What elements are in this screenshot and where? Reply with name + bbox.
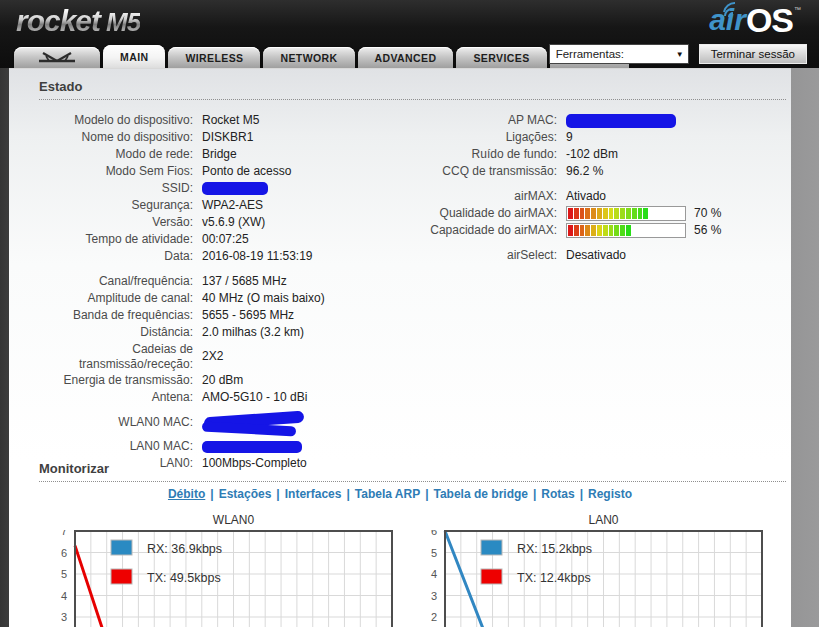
status-row: Modelo do dispositivo:Rocket M5 [25, 112, 407, 129]
chart-title: WLAN0 [75, 513, 392, 527]
monitor-link-rotas[interactable]: Rotas [541, 487, 574, 501]
status-row: AP MAC: [407, 112, 787, 129]
status-value: Bridge [202, 146, 237, 163]
logout-button[interactable]: Terminar sessão [699, 44, 807, 64]
meter-segment [626, 208, 631, 219]
status-row: Banda de frequências:5655 - 5695 MHz [25, 307, 407, 324]
y-axis-tick: 7 [61, 530, 67, 537]
status-value [202, 438, 302, 455]
status-label: Ruído de fundo: [407, 146, 557, 163]
link-separator: | [425, 487, 428, 501]
legend-label: TX: 12.4kbps [517, 571, 591, 585]
meter-segment [580, 225, 585, 236]
status-value: DISKBR1 [202, 129, 253, 146]
status-label: Capacidade do airMAX: [407, 222, 557, 239]
meter-segment [620, 208, 625, 219]
status-label: SSID: [25, 180, 193, 197]
status-value: 2X2 [202, 341, 223, 372]
status-row: Ruído de fundo:-102 dBm [407, 146, 787, 163]
legend-label: TX: 49.5kbps [147, 571, 221, 585]
status-value: 70 % [566, 205, 721, 222]
status-section: Estado Modelo do dispositivo:Rocket M5No… [9, 79, 791, 480]
monitor-link-tabela-arp[interactable]: Tabela ARP [355, 487, 420, 501]
tools-dropdown[interactable]: Ferramentas: ▼ [549, 44, 689, 64]
dropdown-arrow-icon: ▼ [676, 50, 684, 59]
status-right-column: AP MAC:Ligações:9Ruído de fundo:-102 dBm… [407, 112, 787, 480]
status-label: Modelo do dispositivo: [25, 112, 193, 129]
status-row: Modo Sem Fios:Ponto de acesso [25, 163, 407, 180]
status-value: 40 MHz (O mais baixo) [202, 290, 325, 307]
status-left-column: Modelo do dispositivo:Rocket M5Nome do d… [25, 112, 407, 480]
monitor-link-tabela-de-bridge[interactable]: Tabela de bridge [434, 487, 528, 501]
monitor-links: Débito|Estações|Interfaces|Tabela ARP|Ta… [9, 487, 791, 501]
meter-segment [609, 208, 614, 219]
status-row: Nome do dispositivo:DISKBR1 [25, 129, 407, 146]
status-row: Versão:v5.6.9 (XW) [25, 214, 407, 231]
legend-swatch [481, 569, 502, 584]
meter-segment [580, 208, 585, 219]
legend-label: RX: 15.2kbps [517, 542, 592, 556]
monitor-link-interfaces[interactable]: Interfaces [285, 487, 342, 501]
status-section-title: Estado [9, 79, 791, 95]
meter-segment [574, 208, 579, 219]
status-value: 2016-08-19 11:53:19 [202, 248, 313, 265]
chart-canvas: 7654321RX: 36.9kbpsTX: 49.5kbps [51, 530, 398, 627]
status-value: -102 dBm [566, 146, 618, 163]
nav-tabs: MAINWIRELESSNETWORKADVANCEDSERVICESSYSTE… [14, 45, 632, 68]
throughput-charts: WLAN07654321RX: 36.9kbpsTX: 49.5kbpsLAN0… [9, 513, 791, 627]
status-value: 2.0 milhas (3.2 km) [202, 324, 304, 341]
meter-segment [591, 225, 596, 236]
tab-main[interactable]: MAIN [103, 45, 165, 68]
tab-ubiquiti-logo[interactable] [14, 47, 100, 68]
tab-wireless[interactable]: WIRELESS [168, 47, 260, 68]
meter-segment [568, 225, 573, 236]
status-value: 5655 - 5695 MHz [202, 307, 294, 324]
status-row: airSelect:Desativado [407, 247, 787, 264]
status-row: airMAX:Ativado [407, 188, 787, 205]
status-row: SSID: [25, 180, 407, 197]
airmax-percent: 70 % [694, 205, 721, 222]
tools-dropdown-label: Ferramentas: [556, 48, 624, 60]
status-row: Data:2016-08-19 11:53:19 [25, 248, 407, 265]
tab-network[interactable]: NETWORK [263, 47, 354, 68]
tab-advanced[interactable]: ADVANCED [358, 47, 454, 68]
status-value [566, 112, 676, 129]
status-label: airSelect: [407, 247, 557, 264]
status-label: Segurança: [25, 197, 193, 214]
status-row: Antena:AMO-5G10 - 10 dBi [25, 389, 407, 406]
status-label: Energia de transmissão: [25, 372, 193, 389]
monitor-link-d-bito[interactable]: Débito [168, 487, 205, 501]
meter-segment [626, 225, 631, 236]
y-axis-tick: 4 [61, 590, 67, 602]
link-separator: | [276, 487, 279, 501]
status-group: Canal/frequência:137 / 5685 MHzAmplitude… [25, 273, 407, 406]
meter-segment [609, 225, 614, 236]
header-controls: Ferramentas: ▼ Terminar sessão [549, 44, 807, 64]
ubiquiti-logo-icon [36, 50, 78, 65]
link-separator: | [533, 487, 536, 501]
meter-segment [632, 208, 637, 219]
monitor-link-esta-es[interactable]: Estações [219, 487, 272, 501]
y-axis-tick: 2 [431, 611, 437, 623]
status-value: 00:07:25 [202, 231, 249, 248]
meter-segment [614, 225, 619, 236]
meter-segment [585, 225, 590, 236]
redacted-value [566, 114, 676, 128]
meter-segment [620, 225, 625, 236]
status-value: 137 / 5685 MHz [202, 273, 287, 290]
status-label: Antena: [25, 389, 193, 406]
status-row: Amplitude de canal:40 MHz (O mais baixo) [25, 290, 407, 307]
meter-segment [638, 208, 643, 219]
tab-services[interactable]: SERVICES [456, 47, 546, 68]
monitor-link-registo[interactable]: Registo [588, 487, 632, 501]
status-label: Modo de rede: [25, 146, 193, 163]
link-separator: | [346, 487, 349, 501]
status-label: Distância: [25, 324, 193, 341]
status-value: 9 [566, 129, 573, 146]
status-row: Canal/frequência:137 / 5685 MHz [25, 273, 407, 290]
status-label: Banda de frequências: [25, 307, 193, 324]
status-label: Tempo de atividade: [25, 231, 193, 248]
meter-segment [614, 208, 619, 219]
content-panel: Estado Modelo do dispositivo:Rocket M5No… [9, 68, 791, 627]
status-label: Nome do dispositivo: [25, 129, 193, 146]
